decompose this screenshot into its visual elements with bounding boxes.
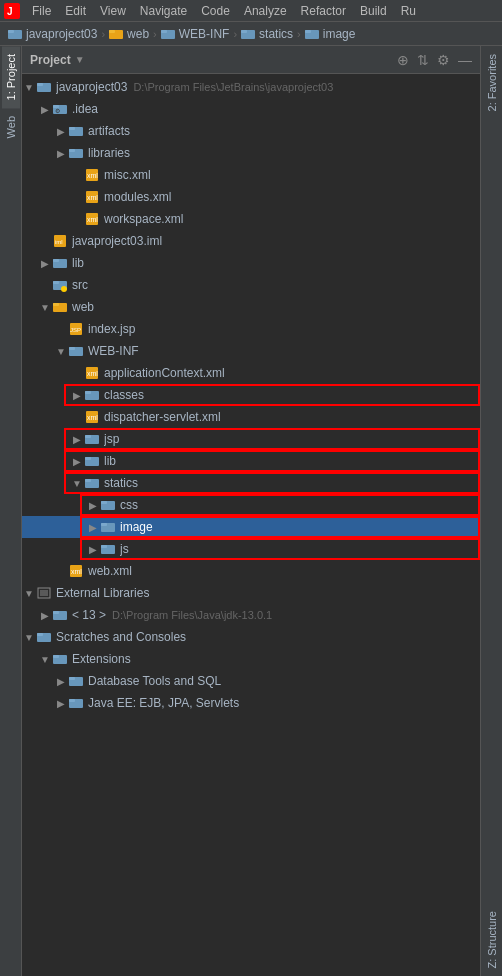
- svg-rect-47: [85, 435, 91, 438]
- tree-workspace-label: workspace.xml: [104, 212, 183, 226]
- tree-root-icon: [36, 79, 52, 95]
- tree-extlibs-arrow: ▼: [22, 588, 36, 599]
- tree-scratches-icon: [36, 629, 52, 645]
- tree-item-workspace[interactable]: xml workspace.xml: [22, 208, 480, 230]
- menu-code[interactable]: Code: [195, 2, 236, 20]
- svg-rect-69: [53, 655, 59, 658]
- tree-web-icon: [52, 299, 68, 315]
- svg-rect-20: [69, 149, 75, 152]
- tree-item-webinf[interactable]: ▼ WEB-INF: [22, 340, 480, 362]
- tree-webxml-icon: xml: [68, 563, 84, 579]
- tree-item-classes[interactable]: ▶ classes: [22, 384, 480, 406]
- menu-run[interactable]: Ru: [395, 2, 422, 20]
- tree-libraries-arrow: ▶: [54, 148, 68, 159]
- tree-statics-icon: [84, 475, 100, 491]
- sidebar-tab-structure[interactable]: Z: Structure: [483, 903, 501, 976]
- svg-rect-11: [305, 30, 311, 33]
- svg-text:xml: xml: [87, 194, 98, 201]
- tree-item-jdk[interactable]: ▶ < 13 > D:\Program Files\Java\jdk-13.0.…: [22, 604, 480, 626]
- svg-rect-57: [101, 545, 107, 548]
- svg-rect-55: [101, 523, 107, 526]
- tree-classes-arrow: ▶: [70, 390, 84, 401]
- breadcrumb-sep2: ›: [153, 28, 157, 40]
- tree-javaee-arrow: ▶: [54, 698, 68, 709]
- tree-item-statics[interactable]: ▼ statics: [22, 472, 480, 494]
- panel-title-arrow[interactable]: ▼: [75, 54, 85, 65]
- tree-item-libraries[interactable]: ▶ libraries: [22, 142, 480, 164]
- menu-analyze[interactable]: Analyze: [238, 2, 293, 20]
- tree-item-modules[interactable]: xml modules.xml: [22, 186, 480, 208]
- tree-index-label: index.jsp: [88, 322, 135, 336]
- panel-settings-icon[interactable]: ⚙: [437, 52, 450, 68]
- panel-minimize-icon[interactable]: —: [458, 52, 472, 68]
- breadcrumb-image-icon: [305, 27, 319, 41]
- tree-item-dispatcher[interactable]: xml dispatcher-servlet.xml: [22, 406, 480, 428]
- breadcrumb-folder-icon: [8, 27, 22, 41]
- tree-item-src[interactable]: src: [22, 274, 480, 296]
- tree-item-dbtools[interactable]: ▶ Database Tools and SQL: [22, 670, 480, 692]
- tree-scratches-arrow: ▼: [22, 632, 36, 643]
- tree-scratches-label: Scratches and Consoles: [56, 630, 186, 644]
- menu-edit[interactable]: Edit: [59, 2, 92, 20]
- tree-item-scratches[interactable]: ▼ Scratches and Consoles: [22, 626, 480, 648]
- tree-iml-icon: iml: [52, 233, 68, 249]
- panel-globe-icon[interactable]: ⊕: [397, 52, 409, 68]
- tree-item-jsp[interactable]: ▶ jsp: [22, 428, 480, 450]
- tree-idea-label: .idea: [72, 102, 98, 116]
- tree-item-lib2[interactable]: ▶ lib: [22, 450, 480, 472]
- tree-dbtools-label: Database Tools and SQL: [88, 674, 221, 688]
- menu-navigate[interactable]: Navigate: [134, 2, 193, 20]
- tree-item-extensions[interactable]: ▼ Extensions: [22, 648, 480, 670]
- breadcrumb-webinf[interactable]: WEB-INF: [179, 27, 230, 41]
- menu-refactor[interactable]: Refactor: [295, 2, 352, 20]
- tree-css-icon: [100, 497, 116, 513]
- svg-rect-49: [85, 457, 91, 460]
- svg-text:J: J: [7, 6, 13, 17]
- breadcrumb-web[interactable]: web: [127, 27, 149, 41]
- menu-view[interactable]: View: [94, 2, 132, 20]
- tree-extensions-arrow: ▼: [38, 654, 52, 665]
- tree-root[interactable]: ▼ javaproject03 D:\Program Files\JetBrai…: [22, 76, 480, 98]
- tree-item-web[interactable]: ▼ web: [22, 296, 480, 318]
- svg-rect-5: [109, 30, 115, 33]
- tree-lib-label: lib: [72, 256, 84, 270]
- panel-header: Project ▼ ⊕ ⇅ ⚙ —: [22, 46, 480, 74]
- menu-build[interactable]: Build: [354, 2, 393, 20]
- svg-rect-30: [53, 259, 59, 262]
- tree-libraries-icon: [68, 145, 84, 161]
- tree-item-idea[interactable]: ▶ ⚙ .idea: [22, 98, 480, 120]
- tree-item-lib[interactable]: ▶ lib: [22, 252, 480, 274]
- sidebar-tab-web[interactable]: Web: [2, 108, 20, 146]
- sidebar-tab-project[interactable]: 1: Project: [2, 46, 20, 108]
- breadcrumb-webinf-icon: [161, 27, 175, 41]
- tree-item-artifacts[interactable]: ▶ artifacts: [22, 120, 480, 142]
- breadcrumb-project[interactable]: javaproject03: [26, 27, 97, 41]
- sidebar-tab-favorites[interactable]: 2: Favorites: [483, 46, 501, 119]
- tree-item-appctx[interactable]: xml applicationContext.xml: [22, 362, 480, 384]
- tree-webxml-label: web.xml: [88, 564, 132, 578]
- tree-item-index[interactable]: JSP index.jsp: [22, 318, 480, 340]
- tree-item-misc[interactable]: xml misc.xml: [22, 164, 480, 186]
- breadcrumb-image[interactable]: image: [323, 27, 356, 41]
- tree-item-css[interactable]: ▶ css: [22, 494, 480, 516]
- tree-item-iml[interactable]: iml javaproject03.iml: [22, 230, 480, 252]
- tree-dispatcher-label: dispatcher-servlet.xml: [104, 410, 221, 424]
- panel-sort-icon[interactable]: ⇅: [417, 52, 429, 68]
- menu-file[interactable]: File: [26, 2, 57, 20]
- breadcrumb-statics[interactable]: statics: [259, 27, 293, 41]
- tree-item-javaee[interactable]: ▶ Java EE: EJB, JPA, Servlets: [22, 692, 480, 714]
- tree-lib2-arrow: ▶: [70, 456, 84, 467]
- tree-libraries-label: libraries: [88, 146, 130, 160]
- svg-rect-18: [69, 127, 75, 130]
- tree-image-arrow: ▶: [86, 522, 100, 533]
- tree-item-extlibs[interactable]: ▼ External Libraries: [22, 582, 480, 604]
- project-panel: Project ▼ ⊕ ⇅ ⚙ — ▼ javaproject03: [22, 46, 480, 976]
- tree-item-js[interactable]: ▶ js: [22, 538, 480, 560]
- tree-jsp-label: jsp: [104, 432, 119, 446]
- tree-idea-icon: ⚙: [52, 101, 68, 117]
- tree-extlibs-icon: [36, 585, 52, 601]
- panel-icons: ⊕ ⇅ ⚙ —: [397, 52, 472, 68]
- tree-item-webxml[interactable]: xml web.xml: [22, 560, 480, 582]
- tree-item-image[interactable]: ▶ image: [22, 516, 480, 538]
- svg-text:xml: xml: [71, 568, 82, 575]
